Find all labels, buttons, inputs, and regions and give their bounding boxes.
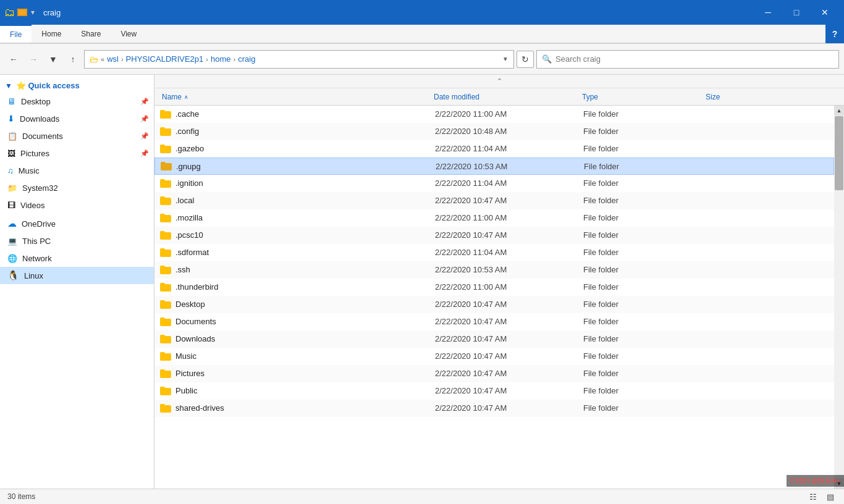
item-count: 30 items [7,492,35,501]
file-row[interactable]: .cache 2/22/2020 11:00 AM File folder [154,106,834,123]
file-row[interactable]: Music 2/22/2020 10:47 AM File folder [154,348,834,365]
path-separator-0: « [101,56,104,63]
path-physicaldrive[interactable]: PHYSICALDRIVE2p1 [126,54,204,64]
refresh-button[interactable]: ↻ [517,51,534,68]
file-icon [159,298,172,311]
path-dropdown-arrow[interactable]: ▼ [502,56,509,62]
scroll-up-indicator[interactable]: ⌃ [154,75,844,88]
downloads-pin-icon: 📌 [140,115,149,123]
window-controls: ─ □ ✕ [754,0,839,25]
maximize-button[interactable]: □ [782,0,811,25]
column-header-name[interactable]: Name ∧ [159,93,431,101]
file-icon [159,212,172,224]
close-button[interactable]: ✕ [811,0,839,25]
view-details-button[interactable]: ☷ [807,490,819,503]
file-row[interactable]: .gnupg 2/22/2020 10:53 AM File folder [154,158,834,175]
file-name: .gnupg [176,162,436,171]
file-row[interactable]: Public 2/22/2020 10:47 AM File folder [154,382,834,400]
file-date: 2/22/2020 11:04 AM [435,178,583,188]
help-button[interactable]: ? [825,25,844,43]
path-arrow-3: › [234,56,236,63]
file-row[interactable]: .config 2/22/2020 10:48 AM File folder [154,123,834,140]
path-wsl[interactable]: wsl [107,54,119,64]
app-icon-folder: 🗂 [5,7,15,17]
up-button[interactable]: ↑ [64,51,82,68]
sidebar-item-system32[interactable]: 📁 System32 [0,179,154,196]
file-row[interactable]: Documents 2/22/2020 10:47 AM File folder [154,313,834,330]
column-date-label: Date modified [434,93,479,101]
file-icon [159,246,172,259]
title-bar: 🗂 ▾ craig ─ □ ✕ [0,0,844,25]
file-date: 2/22/2020 10:47 AM [435,386,583,395]
file-row[interactable]: Downloads 2/22/2020 10:47 AM File folder [154,330,834,348]
scrollbar-up-button[interactable]: ▲ [834,106,844,116]
file-type: File folder [584,162,707,171]
path-home[interactable]: home [211,54,231,64]
column-header-size[interactable]: Size [703,93,839,101]
recent-locations-button[interactable]: ▼ [44,51,62,68]
folder-icon [160,248,171,257]
folder-icon [160,404,171,413]
file-name: .gazebo [175,144,435,153]
file-type: File folder [583,300,707,309]
tab-share[interactable]: Share [71,25,111,43]
file-row[interactable]: .ignition 2/22/2020 11:04 AM File folder [154,175,834,192]
file-list: .cache 2/22/2020 11:00 AM File folder .c… [154,106,834,489]
scrollbar-thumb[interactable] [835,116,843,190]
sidebar-item-videos[interactable]: 🎞 Videos [0,196,154,214]
file-icon [159,264,172,276]
view-large-icons-button[interactable]: ▤ [824,490,837,503]
address-path[interactable]: 🗁 « wsl › PHYSICALDRIVE2p1 › home › crai… [84,50,514,69]
folder-icon [160,369,171,378]
file-type: File folder [583,317,707,326]
music-icon: ♫ [7,166,14,175]
tab-file[interactable]: File [0,25,32,43]
sidebar-item-music[interactable]: ♫ Music [0,162,154,179]
search-input[interactable] [555,54,833,64]
file-row[interactable]: Desktop 2/22/2020 10:47 AM File folder [154,296,834,313]
file-row[interactable]: Pictures 2/22/2020 10:47 AM File folder [154,365,834,382]
file-name: .config [175,127,435,136]
folder-icon [161,162,172,170]
file-type: File folder [583,265,707,274]
file-icon [159,125,172,138]
tab-home[interactable]: Home [32,25,71,43]
path-craig[interactable]: craig [238,54,255,64]
customize-arrow[interactable]: ▾ [30,7,36,18]
sidebar-item-onedrive[interactable]: ☁ OneDrive [0,215,154,232]
file-row[interactable]: .gazebo 2/22/2020 11:04 AM File folder [154,140,834,158]
folder-icon [160,145,171,153]
search-box[interactable]: 🔍 [536,50,839,69]
file-date: 2/22/2020 11:04 AM [435,144,583,153]
sidebar-item-thispc[interactable]: 💻 This PC [0,232,154,250]
column-header-date[interactable]: Date modified [431,93,580,101]
back-button[interactable]: ← [5,51,22,68]
file-row[interactable]: .thunderbird 2/22/2020 11:00 AM File fol… [154,279,834,296]
file-row[interactable]: .pcsc10 2/22/2020 10:47 AM File folder [154,227,834,244]
file-icon [159,316,172,328]
sidebar-item-desktop[interactable]: 🖥 Desktop 📌 [0,93,154,110]
file-name: .ssh [175,265,435,274]
column-header-type[interactable]: Type [580,93,703,101]
sidebar-item-downloads[interactable]: ⬇ Downloads 📌 [0,110,154,127]
sidebar-item-linux[interactable]: 🐧 Linux [0,267,154,284]
file-date: 2/22/2020 11:04 AM [435,248,583,257]
file-row[interactable]: .sdformat 2/22/2020 11:04 AM File folder [154,244,834,261]
file-row[interactable]: .ssh 2/22/2020 10:53 AM File folder [154,261,834,279]
minimize-button[interactable]: ─ [754,0,782,25]
file-row[interactable]: shared-drives 2/22/2020 10:47 AM File fo… [154,400,834,417]
sidebar-item-documents[interactable]: 📋 Documents 📌 [0,127,154,145]
sidebar-quick-access-header[interactable]: ▼ ⭐ Quick access [0,77,154,93]
sidebar-item-network[interactable]: 🌐 Network [0,250,154,267]
file-row[interactable]: .local 2/22/2020 10:47 AM File folder [154,192,834,209]
file-row[interactable]: .mozilla 2/22/2020 11:00 AM File folder [154,209,834,227]
file-date: 2/22/2020 10:47 AM [435,300,583,309]
tab-view[interactable]: View [111,25,146,43]
folder-icon [160,317,171,326]
ribbon: File Home Share View ? [0,25,844,44]
forward-button[interactable]: → [25,51,42,68]
file-icon [159,229,172,242]
sidebar-item-pictures[interactable]: 🖼 Pictures 📌 [0,145,154,162]
file-icon [159,143,172,155]
thispc-icon: 💻 [7,237,17,246]
